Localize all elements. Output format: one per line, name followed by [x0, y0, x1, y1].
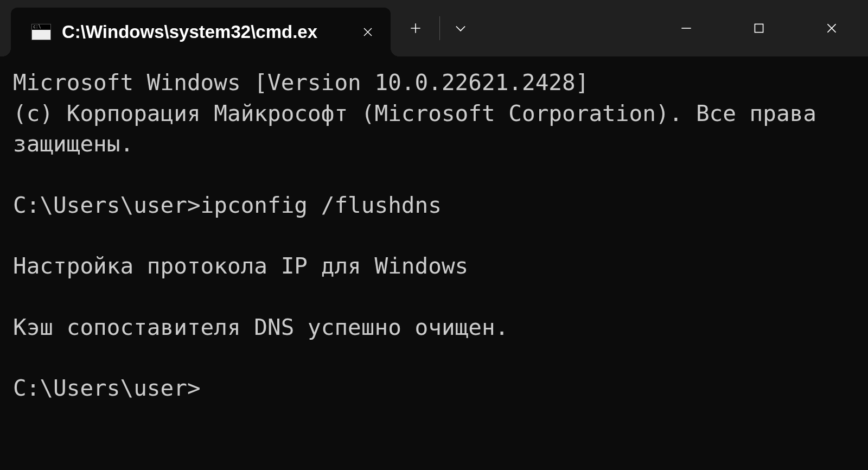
divider	[439, 16, 440, 40]
maximize-button[interactable]	[723, 4, 795, 53]
output-line	[13, 220, 855, 251]
tab-title: C:\Windows\system32\cmd.ex	[62, 22, 345, 42]
maximize-icon	[752, 21, 766, 35]
prompt-line: C:\Users\user>	[13, 373, 855, 404]
output-line	[13, 282, 855, 312]
cmd-icon	[31, 24, 51, 40]
tab-dropdown-button[interactable]	[444, 13, 477, 43]
active-tab[interactable]: C:\Windows\system32\cmd.ex	[11, 8, 391, 56]
window-close-button[interactable]	[795, 4, 868, 53]
output-line: Настройка протокола IP для Windows	[13, 251, 855, 282]
new-tab-button[interactable]	[396, 13, 435, 43]
output-line: (c) Корпорация Майкрософт (Microsoft Cor…	[13, 98, 855, 160]
output-line: Microsoft Windows [Version 10.0.22621.24…	[13, 67, 855, 98]
tab-close-button[interactable]	[356, 20, 380, 44]
terminal-output[interactable]: Microsoft Windows [Version 10.0.22621.24…	[0, 56, 868, 470]
close-icon	[825, 21, 839, 35]
output-line: C:\Users\user>ipconfig /flushdns	[13, 190, 855, 221]
output-line	[13, 342, 855, 373]
svg-rect-0	[755, 24, 763, 32]
window-controls	[650, 0, 868, 56]
plus-icon	[409, 21, 423, 35]
output-line: Кэш сопоставителя DNS успешно очищен.	[13, 312, 855, 343]
titlebar[interactable]: C:\Windows\system32\cmd.ex	[0, 0, 868, 56]
close-icon	[361, 26, 374, 39]
minimize-button[interactable]	[650, 4, 723, 53]
titlebar-actions	[391, 0, 477, 56]
output-line	[13, 160, 855, 190]
chevron-down-icon	[453, 21, 468, 36]
minimize-icon	[679, 21, 693, 35]
terminal-window: C:\Windows\system32\cmd.ex	[0, 0, 868, 470]
